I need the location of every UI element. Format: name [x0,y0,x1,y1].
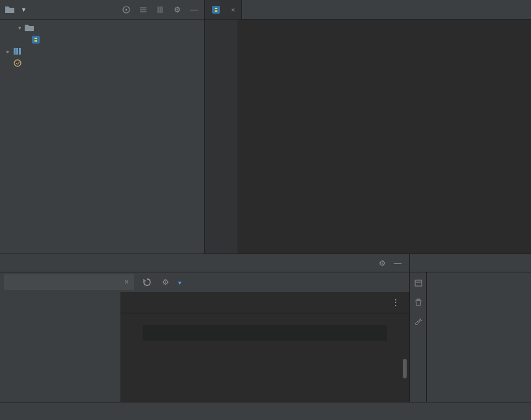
delete-icon[interactable] [413,297,424,308]
refresh-icon[interactable] [142,277,152,287]
status-bar [0,402,531,420]
scratches-node[interactable] [0,57,204,69]
chevron-down-icon: ▼ [21,7,27,13]
external-libraries-node[interactable]: ▸ [0,46,204,57]
package-search-input[interactable] [4,274,134,290]
editor-gutter[interactable] [205,20,238,254]
calendar-icon[interactable] [413,278,424,288]
more-icon[interactable]: ⋮ [391,297,400,308]
scratch-icon [13,59,22,68]
file-node-main-py[interactable] [0,34,204,46]
project-sidebar: ▼ ⚙ — ▾ ▸ [0,0,205,254]
wrench-icon[interactable] [413,317,424,327]
minimize-icon[interactable]: — [392,258,403,269]
svg-rect-6 [415,280,422,286]
gear-icon[interactable]: ⚙ [160,277,170,287]
chevron-right-icon: ▸ [7,48,13,55]
folder-icon [5,6,14,14]
event-list[interactable] [427,272,531,402]
editor-tabs: × [205,0,531,20]
folder-icon [25,23,34,33]
python-packages-panel: ⚙ — × ⚙ ▾ ⋮ [0,254,410,402]
project-root-node[interactable]: ▾ [0,22,204,34]
gear-icon[interactable]: ⚙ [172,5,182,15]
event-log-panel [410,254,531,402]
locate-icon[interactable] [121,5,131,15]
gear-icon[interactable]: ⚙ [377,258,387,269]
chevron-down-icon: ▾ [18,25,25,31]
svg-rect-2 [32,36,40,44]
minimize-icon[interactable]: — [189,5,199,15]
svg-point-1 [126,8,128,10]
project-tool-title[interactable]: ▼ [5,6,27,14]
editor-code-area[interactable] [238,20,531,254]
svg-point-3 [14,60,21,66]
python-file-icon [211,5,221,14]
collapse-icon[interactable] [155,5,165,15]
library-icon [13,47,22,56]
editor-tab-main-py[interactable]: × [205,0,242,19]
close-icon[interactable]: × [231,6,235,14]
python-file-icon [31,35,40,44]
project-tree: ▾ ▸ [0,20,204,72]
add-package-button[interactable]: ▾ [178,278,182,287]
package-list[interactable] [0,292,120,402]
editor-panel: × [205,0,531,254]
scrollbar-thumb[interactable] [403,359,407,378]
expand-icon[interactable] [138,5,148,15]
clear-icon[interactable]: × [124,278,129,287]
package-detail-panel: ⋮ [120,292,409,402]
package-example-code [143,325,387,341]
svg-rect-4 [212,6,220,14]
